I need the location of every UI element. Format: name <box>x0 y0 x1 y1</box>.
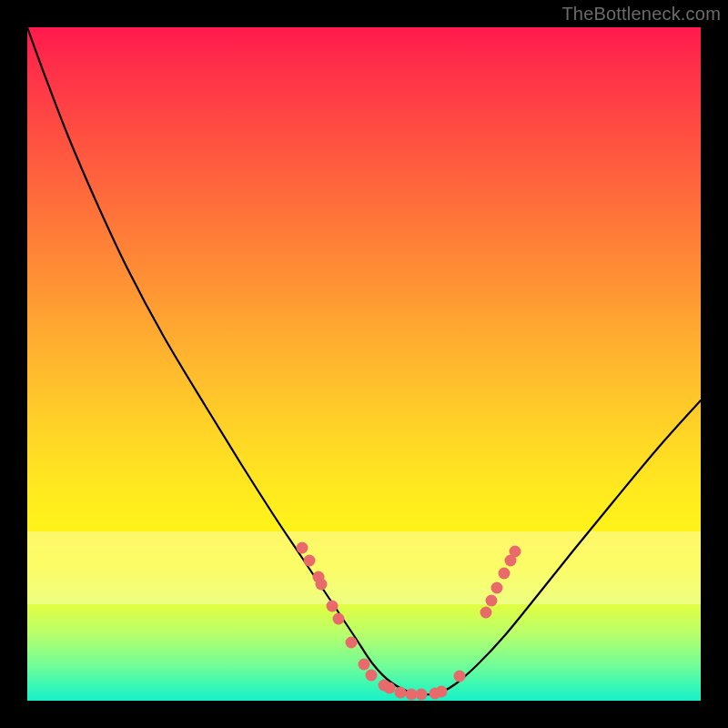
curve-marker <box>486 595 498 607</box>
curve-marker <box>346 637 358 649</box>
curve-marker <box>395 687 407 699</box>
curve-marker <box>333 613 345 625</box>
curve-marker <box>491 582 503 594</box>
curve-marker <box>454 671 466 682</box>
curve-marker <box>327 601 339 612</box>
curve-marker <box>297 542 308 554</box>
curve-marker <box>510 546 521 558</box>
watermark-text: TheBottleneck.com <box>561 4 721 25</box>
curve-marker <box>366 670 378 682</box>
curve-marker <box>304 555 316 567</box>
curve-marker <box>384 682 396 694</box>
curve-marker <box>316 579 328 591</box>
curve-marker <box>499 568 511 580</box>
curve-marker <box>436 686 448 698</box>
curve-marker <box>416 689 428 701</box>
chart-svg <box>27 27 701 701</box>
bottleneck-curve <box>27 27 701 694</box>
marker-group <box>297 542 521 701</box>
curve-marker <box>480 607 492 619</box>
curve-marker <box>359 659 370 671</box>
